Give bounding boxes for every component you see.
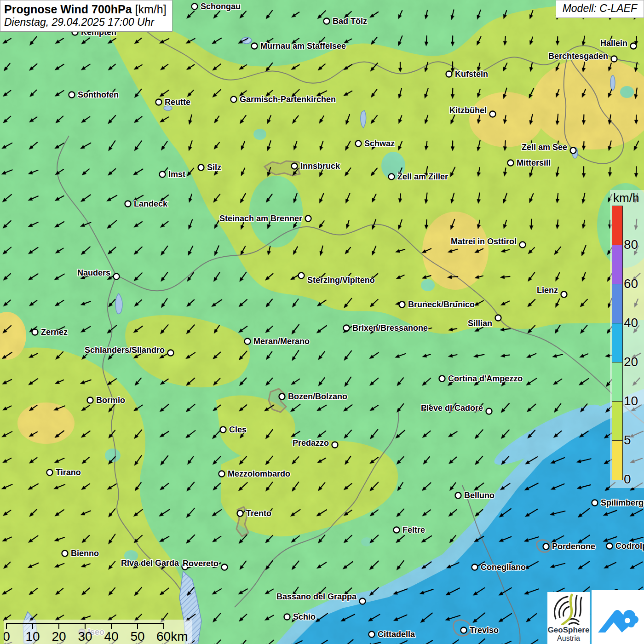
city-marker — [220, 427, 226, 433]
city-marker — [160, 172, 166, 178]
city-marker — [455, 493, 461, 499]
city-label: Bad Tölz — [333, 17, 367, 26]
city-marker — [389, 174, 395, 180]
city-label: Schlanders/Silandro — [85, 345, 165, 355]
city-marker — [495, 315, 501, 321]
city-marker — [32, 329, 38, 335]
city-marker — [168, 350, 174, 356]
city-label: Codroipo — [615, 541, 644, 551]
city-label: Belluno — [464, 491, 494, 500]
city-marker — [561, 292, 567, 298]
city-label: Cittadella — [378, 630, 415, 639]
city-marker — [245, 339, 251, 345]
city-label: Zell am See — [522, 143, 567, 152]
city-label: Sillian — [468, 319, 492, 328]
city-marker — [520, 242, 526, 248]
city-marker — [292, 163, 298, 169]
city-marker — [394, 527, 400, 533]
city-label: Garmisch-Partenkirchen — [240, 95, 336, 104]
page-title: Prognose Wind 700hPa [km/h] — [4, 3, 167, 16]
geosphere-country: Austria — [547, 634, 590, 643]
legend-segment — [612, 284, 622, 323]
legend-segment — [612, 245, 622, 284]
legend-segment — [612, 206, 622, 245]
city-marker — [543, 544, 549, 550]
city-marker — [446, 71, 452, 77]
city-label: Reutte — [165, 98, 190, 107]
geosphere-logo: GeoSphere Austria — [547, 592, 590, 644]
city-label: Spilimbergo — [601, 498, 644, 507]
city-marker — [490, 111, 496, 117]
scale-label: 50 — [130, 629, 144, 644]
city-label: Rovereto — [183, 559, 218, 568]
city-marker — [69, 92, 75, 98]
city-label: Silz — [207, 163, 221, 172]
legend-tick: 0 — [624, 472, 644, 486]
city-label: Cortina d'Ampezzo — [448, 374, 523, 383]
city-label: Bruneck/Brunico — [408, 300, 475, 309]
city-marker — [47, 470, 53, 476]
city-marker — [360, 598, 366, 604]
city-label: Pordenone — [552, 542, 595, 551]
city-marker — [592, 500, 598, 506]
city-label: Lienz — [537, 286, 558, 295]
weather-map-page: SchongauBad TölzKemptenMurnau am Staffel… — [0, 0, 644, 644]
city-label: Kitzbühel — [449, 106, 487, 115]
city-marker — [299, 273, 305, 279]
city-label: Berchtesgaden — [548, 52, 608, 61]
city-marker — [87, 397, 93, 403]
city-marker — [198, 165, 204, 171]
city-label: Sterzing/Vipiteno — [307, 276, 375, 285]
city-marker — [369, 632, 375, 638]
city-marker — [192, 4, 198, 10]
city-label: Steinach am Brenner — [219, 214, 302, 223]
city-marker — [607, 543, 613, 549]
legend-tick: 5 — [624, 433, 644, 447]
city-label: Matrei in Osttirol — [451, 237, 517, 246]
city-label: Mittersill — [517, 158, 551, 167]
city-marker — [611, 56, 617, 62]
scale-label: 20 — [52, 629, 66, 644]
city-label: Brixen/Bressanone — [352, 323, 428, 333]
city-label: Bassano del Grappa — [276, 592, 357, 601]
city-label: Nauders — [77, 268, 110, 277]
city-label: Meran/Merano — [253, 337, 310, 346]
city-label: Kufstein — [455, 69, 488, 79]
city-label: Trento — [246, 509, 271, 518]
city-label: Schwaz — [364, 139, 395, 148]
city-marker — [252, 43, 258, 49]
city-marker — [237, 511, 243, 517]
city-marker — [570, 148, 576, 154]
legend-segment — [612, 323, 622, 362]
legend-segment — [612, 402, 622, 441]
city-marker — [279, 394, 285, 400]
legend-tick: 80 — [624, 238, 644, 252]
legend-tick: 40 — [624, 316, 644, 330]
city-label: Hallein — [600, 39, 627, 48]
city-label: Tirano — [56, 468, 81, 477]
city-marker — [332, 442, 338, 448]
wind-speed-legend: km/h 806040201050 — [610, 190, 644, 488]
city-label: Bozen/Bolzano — [288, 392, 347, 401]
legend-tick: 10 — [624, 394, 644, 408]
title-box: Prognose Wind 700hPa [km/h] Dienstag, 29… — [0, 0, 172, 32]
city-label: Riva del Garda — [121, 558, 179, 568]
legend-title: km/h — [613, 191, 639, 205]
city-marker — [439, 376, 445, 382]
city-marker — [222, 564, 228, 570]
city-label: Zernez — [41, 328, 68, 337]
city-label: Imst — [168, 170, 185, 179]
city-marker — [114, 274, 120, 280]
city-marker — [324, 18, 330, 24]
scale-label: 0 — [4, 629, 10, 644]
legend-segment — [612, 441, 622, 480]
legend-segment — [612, 362, 622, 402]
city-marker — [62, 551, 68, 557]
city-label: Cles — [229, 425, 247, 434]
city-label: Innsbruck — [300, 161, 340, 171]
city-marker — [344, 325, 350, 331]
city-marker — [486, 408, 492, 414]
legend-color-bar — [612, 206, 623, 480]
city-label: Feltre — [402, 525, 425, 535]
city-marker — [356, 141, 362, 147]
